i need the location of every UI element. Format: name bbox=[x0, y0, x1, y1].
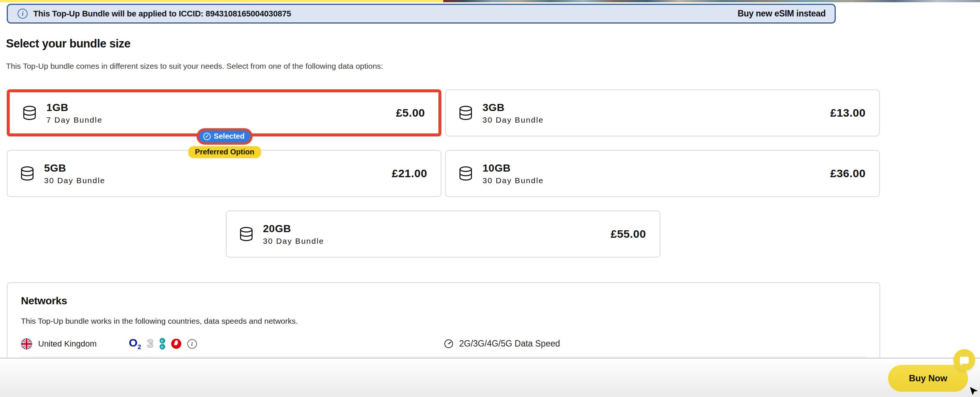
o2-logo-icon: O2 bbox=[129, 337, 141, 350]
bundle-price: £5.00 bbox=[396, 107, 425, 119]
bundle-price: £13.00 bbox=[830, 107, 865, 119]
header-photo-fragment bbox=[443, 0, 980, 2]
bundle-duration: 30 Day Bundle bbox=[482, 115, 544, 124]
page-title: Select your bundle size bbox=[6, 37, 130, 51]
page-subtitle: This Top-Up bundle comes in different si… bbox=[6, 62, 383, 71]
data-speed-label: 2G/3G/4G/5G Data Speed bbox=[459, 339, 560, 349]
data-speed-cell: 2G/3G/4G/5G Data Speed bbox=[444, 339, 560, 349]
network-info-icon[interactable]: i bbox=[187, 339, 197, 349]
iccid-banner: i This Top-Up Bundle will be applied to … bbox=[7, 4, 836, 24]
mouse-cursor bbox=[969, 386, 980, 397]
ee-logo-icon: E E bbox=[160, 338, 165, 349]
buy-new-esim-link[interactable]: Buy new eSIM instead bbox=[737, 9, 826, 19]
operator-logos: O2 3 E E i bbox=[129, 337, 197, 350]
bundle-size: 5GB bbox=[44, 162, 105, 174]
bundle-price: £21.00 bbox=[392, 167, 427, 180]
preferred-option-badge: Preferred Option bbox=[188, 146, 261, 158]
bundle-size: 10GB bbox=[482, 162, 544, 174]
network-row-united-kingdom: United Kingdom O2 3 E E i 2G/3G/4G/5G Da… bbox=[21, 331, 866, 357]
bundle-option-20gb[interactable]: 20GB 30 Day Bundle £55.00 bbox=[226, 210, 660, 258]
data-bundle-icon bbox=[19, 165, 36, 182]
sticky-footer bbox=[0, 358, 980, 397]
chat-widget-button[interactable] bbox=[953, 349, 975, 371]
iccid-banner-message: i This Top-Up Bundle will be applied to … bbox=[18, 9, 291, 19]
bundle-option-3gb[interactable]: 3GB 30 Day Bundle £13.00 bbox=[445, 89, 880, 136]
selected-badge-label: Selected bbox=[214, 132, 245, 140]
cutoff-header-strip bbox=[0, 0, 980, 2]
bundle-duration: 30 Day Bundle bbox=[482, 176, 544, 185]
info-icon: i bbox=[18, 9, 28, 19]
country-cell: United Kingdom O2 3 E E i bbox=[21, 337, 444, 350]
bundle-duration: 7 Day Bundle bbox=[46, 115, 102, 124]
bundle-option-10gb[interactable]: 10GB 30 Day Bundle £36.00 bbox=[445, 150, 880, 197]
data-bundle-icon bbox=[457, 165, 474, 182]
buy-now-button[interactable]: Buy Now bbox=[888, 365, 968, 392]
bundle-price: £36.00 bbox=[830, 167, 865, 180]
bundle-size: 3GB bbox=[482, 102, 544, 114]
networks-subtitle: This Top-Up bundle works in the followin… bbox=[21, 317, 866, 325]
country-label: United Kingdom bbox=[38, 339, 97, 349]
chat-bubble-icon bbox=[960, 357, 969, 364]
bundle-size: 20GB bbox=[263, 223, 325, 235]
data-bundle-icon bbox=[21, 104, 38, 121]
data-bundle-icon bbox=[238, 225, 255, 242]
bundle-options: 1GB 7 Day Bundle £5.00 3GB 30 Day Bundle… bbox=[7, 89, 879, 258]
uk-flag-icon bbox=[21, 338, 32, 349]
iccid-banner-text: This Top-Up Bundle will be applied to IC… bbox=[33, 9, 291, 19]
speedometer-icon bbox=[444, 339, 454, 349]
networks-title: Networks bbox=[21, 295, 866, 307]
bundle-duration: 30 Day Bundle bbox=[263, 237, 325, 246]
bundle-duration: 30 Day Bundle bbox=[44, 176, 105, 185]
check-icon: ✓ bbox=[203, 133, 211, 140]
bundle-price: £55.00 bbox=[611, 228, 646, 240]
three-logo-icon: 3 bbox=[147, 338, 153, 349]
selected-badge: ✓ Selected bbox=[197, 128, 253, 145]
bundle-size: 1GB bbox=[46, 102, 102, 114]
data-bundle-icon bbox=[457, 104, 474, 121]
header-yellow-fragment bbox=[0, 0, 443, 2]
vodafone-logo-icon bbox=[171, 339, 181, 349]
